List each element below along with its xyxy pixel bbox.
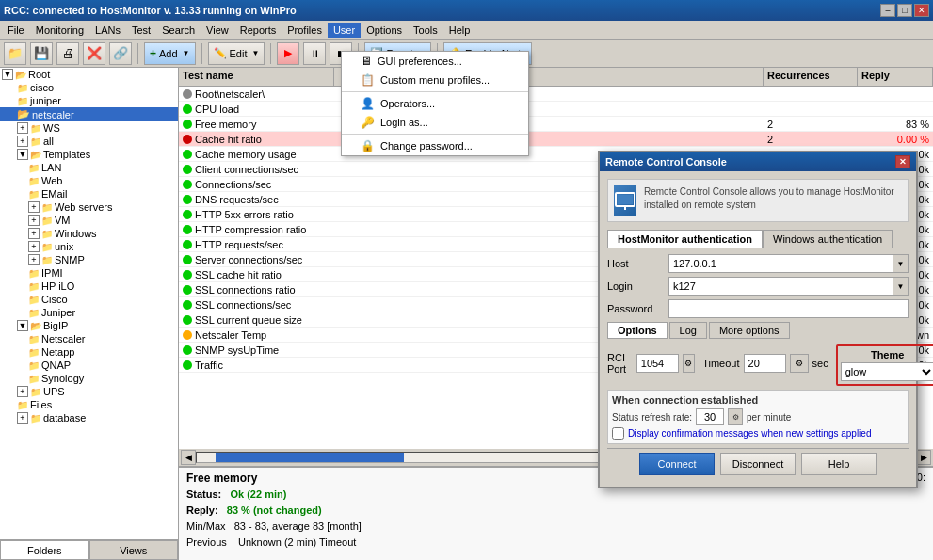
login-dropdown-btn[interactable]: ▼ [893, 277, 909, 296]
menu-test[interactable]: Test [126, 23, 156, 38]
menu-user[interactable]: User [328, 23, 361, 38]
tree-cisco2[interactable]: 📁 Cisco [0, 293, 178, 306]
toolbar-btn-y[interactable]: ⏸ [303, 42, 326, 65]
database-expander[interactable]: + [17, 412, 28, 424]
tree-webservers[interactable]: + 📁 Web servers [0, 200, 178, 214]
rci-port-icon-btn[interactable]: ⚙ [683, 354, 695, 373]
tree-windows[interactable]: + 📁 Windows [0, 227, 178, 240]
tree-unix[interactable]: + 📁 unix [0, 240, 178, 253]
tree-ws[interactable]: + 📁 WS [0, 121, 178, 135]
menu-monitoring[interactable]: Monitoring [30, 23, 89, 38]
menu-custom-menu-profiles[interactable]: 📋 Custom menu profiles... [342, 71, 528, 89]
tree-qnap[interactable]: 📁 QNAP [0, 359, 178, 372]
hostmonitor-auth-tab[interactable]: HostMonitor authentication [607, 230, 763, 248]
tree-email[interactable]: 📁 EMail [0, 187, 178, 200]
host-dropdown-btn[interactable]: ▼ [893, 254, 909, 273]
tree-juniper2[interactable]: 📁 Juniper [0, 306, 178, 319]
table-row[interactable]: Cache hit ratio 2 0.00 % [179, 132, 933, 147]
table-row[interactable]: Free memory 2 83 % [179, 117, 933, 132]
login-input[interactable] [668, 277, 893, 296]
dialog-close-btn[interactable]: ✕ [895, 155, 910, 168]
tree-database[interactable]: + 📁 database [0, 411, 178, 424]
tree-biglp[interactable]: ▼ 📂 BigIP [0, 319, 178, 332]
menu-options[interactable]: Options [361, 23, 408, 38]
tree-netscaler2[interactable]: 📁 Netscaler [0, 332, 178, 345]
help-button[interactable]: Help [801, 453, 877, 475]
tree-root[interactable]: ▼ 📂 Root [0, 68, 178, 81]
theme-select[interactable]: glow classic dark light [841, 362, 933, 381]
disconnect-button[interactable]: Disconnect [720, 453, 796, 475]
menu-profiles[interactable]: Profiles [282, 23, 328, 38]
scroll-right-btn[interactable]: ▶ [916, 450, 931, 465]
menu-gui-preferences[interactable]: 🖥 GUI preferences... [342, 52, 528, 71]
ws-expander[interactable]: + [17, 122, 28, 134]
confirmation-checkbox[interactable] [612, 427, 624, 440]
tree-ipmi[interactable]: 📁 IPMI [0, 266, 178, 280]
tree-snmp[interactable]: + 📁 SNMP [0, 253, 178, 266]
toolbar-icon-btn-4[interactable]: ❌ [83, 42, 105, 65]
tree-vm[interactable]: + 📁 VM [0, 214, 178, 227]
vm-expander[interactable]: + [28, 215, 40, 226]
windows-auth-tab[interactable]: Windows authentication [763, 230, 893, 248]
scroll-thumb[interactable] [216, 453, 404, 462]
webservers-expander[interactable]: + [28, 201, 40, 213]
menu-view[interactable]: View [201, 23, 234, 38]
ups-expander[interactable]: + [17, 386, 28, 397]
scroll-left-btn[interactable]: ◀ [181, 450, 196, 465]
timeout-icon-btn[interactable]: ⚙ [790, 354, 809, 373]
menu-login-as[interactable]: 🔑 Login as... [342, 113, 528, 132]
table-row[interactable]: CPU load [179, 102, 933, 117]
refresh-icon-btn[interactable]: ⚙ [728, 408, 743, 425]
timeout-input[interactable] [744, 354, 786, 373]
toolbar-icon-btn-2[interactable]: 💾 [30, 42, 53, 65]
table-row[interactable]: Root\netscaler\ [179, 87, 933, 102]
tree-lan[interactable]: 📁 LAN [0, 161, 178, 174]
menu-search[interactable]: Search [156, 23, 201, 38]
biglp-expander[interactable]: ▼ [17, 320, 28, 331]
tree-netscaler[interactable]: 📂 netscaler [0, 107, 178, 121]
menu-change-password[interactable]: 🔒 Change password... [342, 136, 528, 155]
tree-juniper[interactable]: 📁 juniper [0, 94, 178, 107]
options-tab-more[interactable]: More options [709, 322, 790, 339]
menu-file[interactable]: File [2, 23, 30, 38]
toolbar-icon-btn-1[interactable]: 📁 [4, 42, 26, 65]
maximize-btn[interactable]: □ [897, 4, 912, 17]
add-button[interactable]: + Add ▼ [144, 42, 196, 65]
menu-lans[interactable]: LANs [89, 23, 126, 38]
connect-button[interactable]: Connect [639, 453, 715, 475]
templates-expander[interactable]: ▼ [17, 149, 28, 160]
tree-hpilo[interactable]: 📁 HP iLO [0, 280, 178, 293]
root-expander[interactable]: ▼ [2, 69, 13, 80]
tree-synology[interactable]: 📁 Synology [0, 372, 178, 385]
tree-web[interactable]: 📁 Web [0, 174, 178, 187]
rci-port-input[interactable] [636, 354, 679, 373]
tree-templates[interactable]: ▼ 📂 Templates [0, 148, 178, 161]
toolbar-icon-btn-3[interactable]: 🖨 [56, 42, 79, 65]
options-tab-log[interactable]: Log [669, 322, 707, 339]
edit-button[interactable]: ✏️ Edit ▼ [208, 42, 265, 65]
snmp-expander[interactable]: + [28, 254, 40, 265]
tree-ups[interactable]: + 📁 UPS [0, 385, 178, 398]
host-input[interactable] [668, 254, 893, 273]
window-controls[interactable]: – □ ✕ [880, 4, 929, 17]
menu-help[interactable]: Help [443, 23, 476, 38]
menu-operators[interactable]: 👤 Operators... [342, 94, 528, 113]
toolbar-icon-btn-5[interactable]: 🔗 [109, 42, 132, 65]
tree-cisco[interactable]: 📁 cisco [0, 81, 178, 94]
password-input[interactable] [668, 299, 909, 318]
menu-tools[interactable]: Tools [408, 23, 443, 38]
tree-netapp[interactable]: 📁 Netapp [0, 345, 178, 359]
all-expander[interactable]: + [17, 136, 28, 147]
unix-expander[interactable]: + [28, 241, 40, 252]
menu-reports[interactable]: Reports [234, 23, 282, 38]
tree-all[interactable]: + 📁 all [0, 135, 178, 148]
windows-expander[interactable]: + [28, 228, 40, 239]
folders-tab[interactable]: Folders [0, 540, 89, 560]
toolbar-btn-x[interactable]: ▶ [277, 42, 299, 65]
minimize-btn[interactable]: – [880, 4, 895, 17]
close-btn[interactable]: ✕ [914, 4, 929, 17]
options-tab-options[interactable]: Options [607, 322, 668, 339]
tree-files[interactable]: 📁 Files [0, 398, 178, 411]
views-tab[interactable]: Views [89, 540, 179, 560]
refresh-input[interactable] [696, 408, 724, 425]
